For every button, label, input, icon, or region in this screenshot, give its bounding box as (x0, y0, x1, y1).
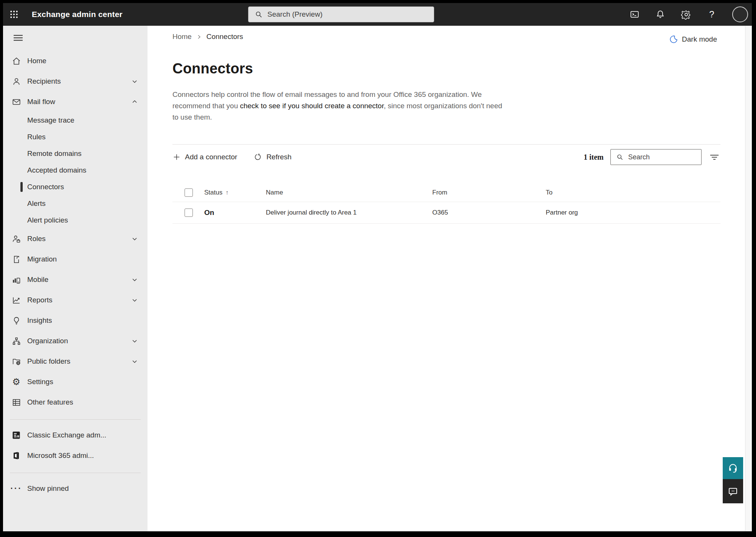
table-search-input[interactable] (628, 153, 692, 161)
sidebar-item-mail-flow[interactable]: Mail flow (3, 92, 147, 112)
column-header-status[interactable]: Status ↑ (204, 189, 266, 196)
chevron-down-icon (131, 78, 138, 85)
sidebar-nav: Home Recipients Mai (3, 26, 147, 531)
row-to: Partner org (546, 209, 720, 216)
global-search-input[interactable] (267, 10, 426, 19)
row-name[interactable]: Deliver journal directly to Area 1 (266, 209, 432, 216)
sidebar-item-label: Settings (27, 378, 53, 386)
classic-exchange-icon (11, 430, 21, 440)
page-description: Connectors help control the flow of emai… (172, 89, 505, 123)
topbar-icon-group: ? (629, 3, 748, 26)
sidebar-item-label: Public folders (27, 357, 70, 366)
sidebar-item-label: Other features (27, 398, 73, 406)
plus-icon (172, 153, 181, 161)
filter-icon (709, 153, 719, 161)
dark-mode-toggle[interactable]: Dark mode (669, 35, 717, 44)
sidebar-item-label: Insights (27, 316, 52, 325)
sidebar-item-label: Mobile (27, 276, 48, 284)
settings-gear-icon: ⚙ (11, 377, 21, 387)
sidebar-item-roles[interactable]: Roles (3, 229, 147, 249)
breadcrumb: Home Connectors (172, 33, 745, 41)
help-icon: ? (709, 9, 714, 20)
scrollbar[interactable] (745, 26, 752, 531)
help-button[interactable]: ? (706, 9, 717, 20)
support-button[interactable] (723, 457, 743, 479)
sidebar-item-microsoft-365-admin[interactable]: Microsoft 365 admi... (3, 445, 147, 466)
sidebar-item-public-folders[interactable]: Public folders (3, 351, 147, 372)
person-icon (11, 76, 21, 86)
chevron-down-icon (131, 276, 138, 283)
roles-icon (11, 234, 21, 244)
add-connector-label: Add a connector (185, 153, 237, 161)
refresh-button[interactable]: Refresh (254, 153, 292, 161)
headset-icon (728, 463, 738, 473)
sidebar-item-settings[interactable]: ⚙ Settings (3, 372, 147, 392)
column-header-name[interactable]: Name (266, 189, 432, 196)
migration-icon (11, 254, 21, 264)
search-icon (255, 10, 263, 19)
sidebar-item-home[interactable]: Home (3, 51, 147, 71)
sidebar-item-remote-domains[interactable]: Remote domains (3, 145, 147, 162)
collapse-nav-button[interactable] (10, 30, 26, 45)
sidebar-item-label: Reports (27, 296, 53, 304)
app-launcher-button[interactable] (3, 3, 25, 26)
sidebar-item-classic-exchange[interactable]: Classic Exchange adm... (3, 425, 147, 445)
toolbar-right-group: 1 item (584, 149, 720, 165)
bell-icon (655, 9, 665, 19)
add-connector-button[interactable]: Add a connector (172, 153, 237, 161)
column-header-to[interactable]: To (546, 189, 720, 196)
sidebar-item-label: Rules (27, 133, 46, 141)
breadcrumb-home-link[interactable]: Home (172, 33, 192, 41)
table-search-box[interactable] (610, 149, 702, 165)
sidebar-divider (10, 419, 141, 420)
sidebar-item-reports[interactable]: Reports (3, 290, 147, 310)
sidebar-item-accepted-domains[interactable]: Accepted domains (3, 162, 147, 179)
item-count: 1 item (584, 153, 604, 162)
public-folders-icon (11, 356, 21, 366)
refresh-icon (254, 153, 262, 161)
account-avatar[interactable] (732, 6, 748, 22)
feedback-bubble-icon (727, 486, 739, 497)
breadcrumb-chevron-icon (196, 34, 202, 40)
toolbar: Add a connector Refresh 1 item (172, 145, 720, 170)
sidebar-item-insights[interactable]: Insights (3, 310, 147, 331)
global-search-box[interactable] (248, 6, 434, 22)
filter-button[interactable] (708, 151, 720, 163)
sidebar-item-mobile[interactable]: Mobile (3, 269, 147, 290)
sidebar-item-connectors[interactable]: Connectors (3, 179, 147, 195)
sidebar-item-other-features[interactable]: Other features (3, 392, 147, 412)
select-all-checkbox[interactable] (185, 188, 193, 197)
sidebar-item-alert-policies[interactable]: Alert policies (3, 212, 147, 229)
row-from: O365 (432, 209, 546, 216)
sidebar-item-rules[interactable]: Rules (3, 129, 147, 145)
insights-icon (11, 316, 21, 325)
organization-icon (11, 336, 21, 346)
sidebar-item-label: Microsoft 365 admi... (27, 451, 94, 460)
main-content: Home Connectors Dark mode Connectors Con… (147, 26, 745, 531)
mobile-icon (11, 275, 21, 285)
column-header-from[interactable]: From (432, 189, 546, 196)
row-checkbox[interactable] (185, 209, 193, 217)
feedback-button[interactable] (723, 479, 743, 503)
chevron-down-icon (131, 235, 138, 243)
reports-icon (11, 295, 21, 305)
powershell-button[interactable] (629, 9, 640, 20)
sidebar-item-migration[interactable]: Migration (3, 249, 147, 269)
sidebar-item-organization[interactable]: Organization (3, 331, 147, 351)
description-link[interactable]: check to see if you should create a conn… (240, 102, 383, 110)
sidebar-item-label: Roles (27, 235, 46, 243)
sidebar-item-label: Alert policies (27, 216, 68, 224)
table-row[interactable]: On Deliver journal directly to Area 1 O3… (172, 202, 720, 224)
app-title: Exchange admin center (32, 10, 123, 19)
mail-icon (11, 97, 21, 107)
sidebar-item-alerts[interactable]: Alerts (3, 195, 147, 212)
sidebar-items: Home Recipients Mai (3, 51, 147, 499)
sidebar-item-message-trace[interactable]: Message trace (3, 112, 147, 129)
sidebar-item-label: Organization (27, 337, 68, 345)
notifications-button[interactable] (655, 9, 666, 20)
sidebar-item-show-pinned[interactable]: ··· Show pinned (3, 478, 147, 499)
sidebar-divider (10, 473, 141, 473)
settings-button[interactable] (681, 9, 691, 20)
chevron-down-icon (131, 358, 138, 365)
sidebar-item-recipients[interactable]: Recipients (3, 71, 147, 92)
